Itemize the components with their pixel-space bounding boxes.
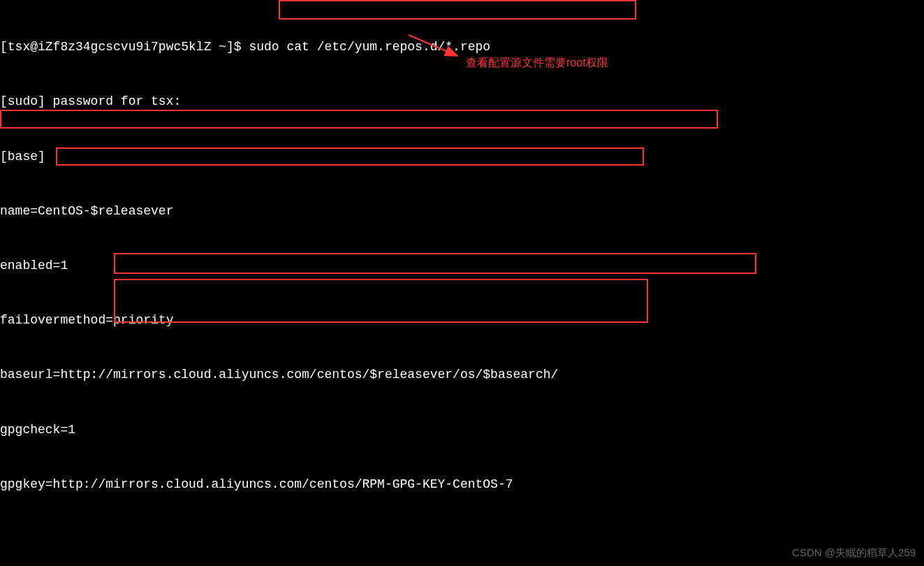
shell-prompt: [tsx@iZf8z34gcscvu9i7pwc5klZ ~]$ bbox=[0, 40, 249, 54]
output-line: baseurl=http://mirrors.cloud.aliyuncs.co… bbox=[0, 365, 924, 384]
output-line bbox=[0, 530, 924, 548]
output-line: failovermethod=priority bbox=[0, 311, 924, 329]
output-line: [base] bbox=[0, 147, 924, 166]
command-text: sudo cat /etc/yum.repos.d/*.repo bbox=[249, 40, 490, 54]
output-line: gpgkey=http://mirrors.cloud.aliyuncs.com… bbox=[0, 475, 924, 493]
output-line: gpgcheck=1 bbox=[0, 421, 924, 439]
output-line: [sudo] password for tsx: bbox=[0, 92, 924, 110]
terminal-output: [tsx@iZf8z34gcscvu9i7pwc5klZ ~]$ sudo ca… bbox=[0, 1, 924, 566]
output-line: enabled=1 bbox=[0, 256, 924, 275]
output-line: name=CentOS-$releasever bbox=[0, 202, 924, 220]
watermark-text: CSDN @失眠的稻草人259 bbox=[792, 545, 916, 560]
annotation-label: 查看配置源文件需要root权限 bbox=[466, 55, 608, 71]
